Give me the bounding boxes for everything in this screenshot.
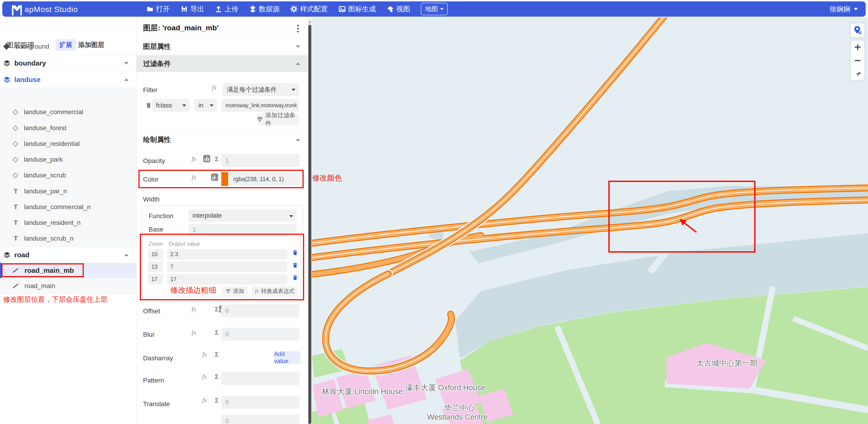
layer-row-landuse_par_n[interactable]: T landuse_par_n bbox=[0, 183, 136, 199]
filter-label: Filter bbox=[143, 86, 157, 94]
image-icon bbox=[338, 5, 346, 13]
annotation-box-stops bbox=[140, 234, 304, 300]
translate-input[interactable]: 0 bbox=[221, 396, 300, 409]
chevron-down-icon bbox=[440, 8, 443, 10]
map-pin-icon bbox=[850, 23, 865, 37]
width-function-box: Function interpolate Base 1 bbox=[142, 205, 303, 236]
layer-row-landuse_scrub[interactable]: landuse_scrub bbox=[0, 168, 136, 183]
layer-row-landuse_commercial[interactable]: landuse_commercial bbox=[0, 104, 136, 120]
layer-row-landuse_resident_n[interactable]: T landuse_resident_n bbox=[0, 215, 136, 231]
sigma-icon[interactable]: Σ bbox=[215, 155, 219, 163]
panel-scrollbar[interactable] bbox=[308, 18, 312, 424]
fx-icon[interactable]: fx bbox=[192, 329, 196, 336]
pattern-input[interactable] bbox=[221, 372, 300, 385]
group-row-road[interactable]: road bbox=[0, 247, 136, 263]
filter-op-select[interactable]: in bbox=[194, 99, 217, 112]
group-row-boundary[interactable]: boundary bbox=[0, 55, 136, 71]
chart-icon[interactable] bbox=[203, 155, 210, 162]
sigma-icon[interactable]: Σ bbox=[215, 351, 219, 358]
layer-row-landuse_commercial_n[interactable]: T landuse_commercial_n bbox=[0, 199, 136, 215]
function-label: Function bbox=[149, 212, 174, 220]
translate-label: Translate bbox=[143, 400, 170, 408]
fx-icon[interactable]: fx bbox=[202, 397, 207, 404]
menu-open[interactable]: 打开 bbox=[146, 4, 170, 14]
logo-m-icon bbox=[11, 3, 23, 16]
section-paint[interactable]: 绘制属性 bbox=[136, 131, 308, 148]
menu-export[interactable]: 导出 bbox=[181, 4, 204, 14]
layer-row-background[interactable]: background bbox=[0, 39, 136, 54]
section-filter[interactable]: 过滤条件 bbox=[136, 55, 308, 72]
fx-icon[interactable]: fx bbox=[212, 84, 217, 91]
layers-icon bbox=[3, 60, 11, 67]
zoom-out-button[interactable] bbox=[850, 54, 865, 67]
fx-icon[interactable]: fx bbox=[202, 351, 207, 358]
locate-style-button[interactable] bbox=[850, 23, 865, 37]
datasource-icon bbox=[249, 5, 256, 13]
app-logo[interactable]: apMost Studio bbox=[11, 3, 78, 16]
chevron-down-icon bbox=[854, 8, 858, 10]
map-label-westlands-cn: 华兰中心 bbox=[444, 403, 475, 413]
sigma-icon[interactable]: Σ bbox=[215, 373, 219, 381]
mapmost-studio-app: apMost Studio 打开 导出 上传 数据源 样式配置 bbox=[0, 0, 868, 424]
logo-text: apMost Studio bbox=[25, 5, 78, 14]
layer-row-landuse_forest[interactable]: landuse_forest bbox=[0, 120, 136, 136]
user-menu[interactable]: 徐娴娴 bbox=[830, 1, 858, 17]
fx-icon[interactable]: fx bbox=[192, 306, 196, 313]
trash-icon[interactable] bbox=[145, 102, 152, 109]
fx-icon[interactable]: fx bbox=[192, 155, 196, 162]
menu-view[interactable]: 视图 bbox=[386, 4, 410, 14]
scrollbar-thumb[interactable] bbox=[308, 25, 311, 424]
opacity-input[interactable]: 1 bbox=[221, 154, 300, 167]
pattern-label: Pattern bbox=[143, 377, 164, 384]
gear-icon bbox=[290, 5, 298, 13]
menu-upload[interactable]: 上传 bbox=[215, 4, 239, 14]
line-layer-icon bbox=[12, 285, 19, 286]
function-select[interactable]: interpolate bbox=[188, 210, 297, 222]
map-type-select[interactable]: 地图 bbox=[421, 3, 448, 15]
filter-mode-select[interactable]: 满足每个过滤条件 bbox=[223, 83, 299, 96]
menu-datasource[interactable]: 数据源 bbox=[249, 4, 280, 14]
add-filter-button[interactable]: 添加过滤条件 bbox=[257, 113, 299, 125]
diamond-filled-icon bbox=[4, 44, 9, 49]
group-row-landuse[interactable]: landuse bbox=[0, 72, 136, 88]
sigma-icon[interactable]: Σ bbox=[215, 397, 219, 404]
menu-style-config[interactable]: 样式配置 bbox=[290, 4, 328, 14]
fx-icon[interactable]: fx bbox=[202, 373, 207, 380]
view-icon bbox=[386, 5, 394, 13]
zoom-in-button[interactable] bbox=[850, 40, 865, 54]
blur-input[interactable]: 0 bbox=[221, 328, 300, 341]
map-canvas[interactable]: 太古城中心第一期 林肯大厦 Lincoln House 濠丰大厦 Oxford … bbox=[312, 18, 868, 424]
layers-icon bbox=[3, 76, 11, 83]
blur-label: Blur bbox=[143, 331, 155, 338]
chevron-up-icon[interactable] bbox=[124, 79, 128, 81]
offset-input[interactable]: 0 bbox=[221, 304, 300, 317]
filter-field-select[interactable]: fclass bbox=[152, 99, 190, 112]
diamond-icon bbox=[13, 110, 18, 114]
opacity-label: Opacity bbox=[143, 157, 165, 164]
layer-row-landuse_scrub_n[interactable]: T landuse_scrub_n bbox=[0, 231, 136, 246]
filter-value-input[interactable]: motroway_link,motorway,trunk bbox=[221, 99, 299, 112]
diamond-icon bbox=[13, 142, 18, 146]
sigma-icon[interactable]: Σ bbox=[215, 306, 219, 313]
translate-input-2[interactable]: 0 bbox=[221, 414, 300, 424]
chevron-up-icon[interactable] bbox=[124, 254, 128, 256]
layer-row-landuse_residential[interactable]: landuse_residential bbox=[0, 136, 136, 152]
text-layer-icon: T bbox=[13, 219, 18, 226]
diamond-icon bbox=[13, 174, 18, 177]
kebab-menu-icon[interactable] bbox=[297, 23, 299, 34]
compass-button[interactable] bbox=[850, 67, 865, 81]
layer-row-landuse_park[interactable]: landuse_park bbox=[0, 152, 136, 168]
section-layer-properties[interactable]: 图层属性 bbox=[136, 38, 308, 55]
annotation-box-color bbox=[138, 170, 304, 188]
sigma-icon[interactable]: Σ bbox=[215, 329, 219, 336]
base-input[interactable]: 1 bbox=[188, 224, 297, 235]
zoom-controls bbox=[850, 40, 865, 80]
map-label-lincoln-house: 林肯大厦 Lincoln House bbox=[322, 387, 403, 397]
layer-row-road_main[interactable]: road_main bbox=[0, 278, 136, 294]
chevron-up-icon bbox=[296, 139, 300, 141]
add-value-button[interactable]: Add value bbox=[274, 351, 301, 364]
map-label-taikoo: 太古城中心第一期 bbox=[696, 358, 757, 368]
chevron-down-icon[interactable] bbox=[124, 62, 128, 64]
text-layer-icon: T bbox=[13, 235, 18, 242]
menu-icon-generate[interactable]: 图标生成 bbox=[338, 4, 376, 14]
